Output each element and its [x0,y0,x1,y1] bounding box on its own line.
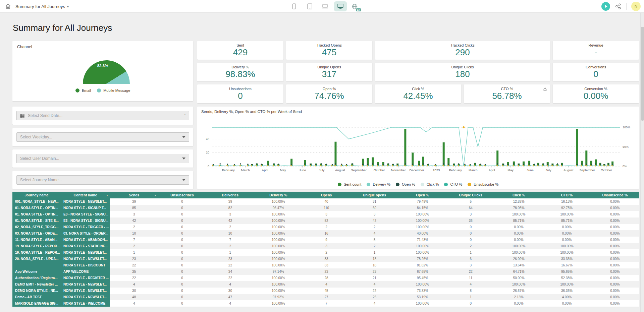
metric-cell: 5 [447,198,495,205]
chart-legend-item-open[interactable]: Open % [396,182,415,186]
content-name-cell: APP WELCOME [61,268,110,275]
dropdown-arrow-icon [182,179,185,181]
table-row[interactable]: 01. NORA STYLE - OPTIN...E3 - NORA STYLE… [12,211,639,217]
play-button[interactable] [601,2,610,11]
metric-cell: 26.09% [495,256,543,262]
legend-dot [444,183,448,186]
kpi-value: 0.00% [584,91,608,101]
column-header-deliveries[interactable]: Deliveries [206,192,254,198]
metric-cell: 33.33% [543,256,591,262]
legend-item-email[interactable]: Email [75,88,91,92]
table-row[interactable]: DEMO EMIT - Newsletter ...NORA STYLE - N… [12,281,639,288]
table-row[interactable]: 001. NORA_STYLE - NEW...NORA STYLE - NEW… [12,198,639,205]
download-icon[interactable] [543,86,547,92]
journey-name-cell: 11. NORA STYLE - ABAN... [12,237,61,243]
metric-cell: 4 [351,281,398,288]
user-avatar[interactable]: N [631,2,641,11]
filter-dropdown-2[interactable]: Select Weekday... [16,132,189,142]
content-name-cell: NORA STYLE - REGISTER ... [61,275,110,281]
filter-dropdown-4[interactable]: Select Journey Name... [16,175,189,185]
language-badge: EN [356,8,361,11]
column-header-click--[interactable]: Click % [495,192,543,198]
svg-text:March: March [241,168,250,172]
filter-dropdown-3[interactable]: Select User Domain... [16,154,189,163]
metric-cell: 100.00% [495,211,543,217]
column-header-delivery--[interactable]: Delivery % [254,192,302,198]
kpi-value: 180 [455,70,470,79]
table-row[interactable]: 02_NORA_STYLE_TRIGG...NORA STYLE - TRIGG… [12,224,639,230]
column-header-unsubscribes[interactable]: Unsubscribes [158,192,206,198]
trend-chart: 020400%50%100%FebruaryMarchAprilMayJuneJ… [201,116,635,184]
column-header-cto--[interactable]: CTO % [543,192,591,198]
table-row[interactable]: 20. NORA_STYLE - UPDA...NORA STYLE - NEW… [12,256,639,262]
table-row[interactable]: 01. NORA STYLE - OPTIN...NORA STYLE - SI… [12,205,639,211]
metric-cell: 100.00% [254,237,302,243]
sent-count-bar [372,158,374,166]
chart-legend-item-cto[interactable]: CTO % [444,182,462,186]
table-row[interactable]: Demo - AB TESTNORA STYLE - NEWSLET...480… [12,294,639,300]
tablet-preview-icon[interactable] [303,1,316,11]
table-row[interactable]: 19. NORA STYLE - REPOR...NORA STYLE - ST… [12,243,639,249]
column-header-label: Unsubscribe % [602,193,628,197]
share-icon[interactable] [615,3,622,10]
filter-card-4: Select Journey Name... [12,171,193,189]
table-row[interactable]: 03. NORA STYLE - ORDE...03. NORA STYLE -… [12,230,639,237]
metric-cell: 100.00% [254,224,302,230]
content-name-cell: NORA STYLE - TRIGGER - ... [61,224,110,230]
metric-cell: 10 [206,230,254,237]
laptop-preview-icon[interactable] [319,1,331,11]
metric-cell: 73.33% [398,288,446,294]
filter-dropdown-1[interactable]: Select Send Date...ˇ [16,111,189,120]
metric-cell: 0.00% [495,237,543,243]
column-header-journey-name[interactable]: Journey name [12,192,61,198]
column-header-sends[interactable]: Sends▲ [110,192,158,198]
metric-cell: 2 [302,249,350,256]
column-header-label: Delivery % [269,193,287,197]
svg-text:February: February [449,168,462,172]
sent-count-bar [443,142,445,166]
metric-cell: 0.00% [591,205,639,211]
metric-cell: 0 [158,268,206,275]
table-row[interactable]: MARIGOLD ENGAGE SIG...NORA STYLE - WELCO… [12,300,639,307]
phone-preview-icon[interactable] [288,1,301,11]
metric-cell: 100.00% [254,256,302,262]
page-scrollbar [640,13,644,312]
filter-card-2: Select Weekday... [12,128,193,146]
column-header-unsubscribe--[interactable]: Unsubscribe % [591,192,639,198]
metric-cell: 0 [158,243,206,249]
table-row[interactable]: 19. NORA STYLE - REPOR...NORA STYLE - NE… [12,249,639,256]
metric-cell: 33 [302,256,350,262]
language-globe-icon[interactable]: EN [350,1,360,11]
table-row[interactable]: 11. NORA STYLE - ABAN...NORA STYLE - ABA… [12,237,639,243]
metric-cell: 100.00% [254,243,302,249]
metric-cell: 100.00% [398,224,446,230]
legend-label: Unsubscribe % [474,182,498,186]
chart-legend-item-click[interactable]: Click % [421,182,439,186]
table-row[interactable]: App WelcomeAPP WELCOME3503497.14%232367.… [12,268,639,275]
metric-cell: 26.67% [495,288,543,294]
table-header-row: Journey nameContent name▼Sends▲Unsubscri… [12,192,639,198]
column-header-unique-opens[interactable]: Unique opens [351,192,398,198]
chart-legend-item-sentcount[interactable]: Sent count [338,182,362,186]
channel-panel-title: Channel [17,45,32,49]
svg-text:August: August [564,168,574,172]
column-header-opens[interactable]: Opens [302,192,350,198]
table-row[interactable]: 01. NORA STYLE - SITE S...E3 - NORA STYL… [12,217,639,224]
table-row[interactable]: Authentication / Registra...NORA STYLE -… [12,275,639,281]
metric-cell: 7 [302,300,350,307]
breadcrumb[interactable]: Summary for All Journeys ▾ [15,4,69,9]
desktop-preview-icon[interactable] [334,1,347,11]
metric-cell: 39 [110,198,158,205]
scrollbar-thumb[interactable] [641,27,644,121]
table-row[interactable]: DEMO NORA STYLE - NE...NORA STYLE - NEWS… [12,288,639,294]
chart-legend-item-delivery[interactable]: Delivery % [367,182,390,186]
column-header-content-name[interactable]: Content name▼ [61,192,110,198]
chart-legend-item-unsubscribe[interactable]: Unsubscribe % [468,182,498,186]
svg-text:April: April [262,168,268,172]
column-header-open--[interactable]: Open % [398,192,446,198]
column-header-unique-clicks[interactable]: Unique Clicks [447,192,495,198]
home-icon[interactable] [5,3,11,10]
legend-item-mobile-message[interactable]: Mobile Message [97,88,130,92]
table-row[interactable]: NORA STYLE - DISCOUNT22022100.00%331881.… [12,262,639,268]
kpi-card-unsubscribes: Unsubscribes0 [197,84,283,103]
